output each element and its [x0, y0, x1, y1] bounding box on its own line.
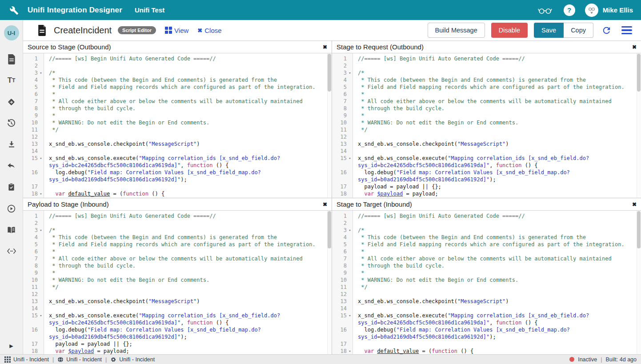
code-text[interactable]: * WARNING: Do not edit the Begin or End … [44, 276, 332, 284]
code-text[interactable] [44, 133, 332, 140]
code-text[interactable]: * [353, 248, 641, 255]
fold-arrow-icon[interactable]: ▾ [38, 312, 44, 326]
fold-arrow-icon[interactable]: ▾ [347, 227, 353, 234]
code-text[interactable]: log.debug("Field map: Correlation Values… [353, 169, 641, 183]
text-format-icon[interactable]: TT [0, 70, 23, 91]
code-text[interactable]: * [44, 269, 332, 276]
code-text[interactable]: * WARNING: Do not edit the Begin or End … [353, 276, 641, 284]
code-text[interactable]: * All code either above or below the com… [44, 98, 332, 105]
code-text[interactable]: * This code (between the Begin and End c… [44, 234, 332, 241]
sidebar-expand-arrow[interactable]: ▶ [0, 340, 23, 352]
history-icon[interactable] [0, 112, 23, 134]
documentation-icon[interactable] [0, 219, 23, 240]
code-text[interactable] [44, 220, 332, 227]
close-button[interactable]: ✖ Close [197, 27, 221, 34]
scrollbar[interactable] [327, 211, 332, 354]
download-icon[interactable] [0, 134, 23, 155]
directions-icon[interactable] [0, 91, 23, 112]
code-text[interactable]: x_snd_eb.ws_console.checkpoint("MessageS… [44, 298, 332, 305]
code-text[interactable]: * [44, 112, 332, 119]
code-text[interactable]: */ [44, 284, 332, 291]
fold-arrow-icon[interactable]: ▾ [38, 69, 44, 76]
code-text[interactable] [353, 220, 641, 227]
scrollbar[interactable] [637, 211, 641, 354]
code-text[interactable]: * [353, 269, 641, 276]
code-text[interactable] [44, 305, 332, 312]
code-icon[interactable] [0, 240, 23, 262]
code-text[interactable]: x_snd_eb.ws_console.checkpoint("MessageS… [353, 140, 641, 148]
menu-icon[interactable] [620, 26, 634, 34]
workspace-avatar[interactable]: U-I [4, 25, 19, 40]
fold-arrow-icon[interactable]: ▾ [38, 227, 44, 234]
code-text[interactable] [353, 305, 641, 312]
code-text[interactable] [353, 62, 641, 69]
copy-button[interactable]: Copy [564, 23, 593, 38]
undo-icon[interactable] [0, 155, 23, 176]
code-text[interactable]: x_snd_eb.ws_console.execute("Mapping cor… [44, 312, 332, 326]
code-text[interactable]: * WARNING: Do not edit the Begin or End … [44, 119, 332, 126]
status-settings-link[interactable]: Unifi - Incident [110, 356, 155, 363]
disable-button[interactable]: Disable [491, 23, 528, 38]
code-text[interactable]: */ [353, 284, 641, 291]
document-icon[interactable] [0, 48, 23, 70]
code-text[interactable]: log.debug("Field map: Correlation Values… [44, 326, 332, 340]
code-text[interactable] [44, 148, 332, 155]
code-text[interactable] [353, 340, 641, 348]
code-text[interactable]: log.debug("Field map: Correlation Values… [353, 326, 641, 340]
code-editor[interactable]: 1//===== [ws] Begin Unifi Auto Generated… [332, 211, 641, 354]
code-text[interactable]: var $payload = payload; [44, 348, 332, 354]
code-text[interactable]: * This code (between the Begin and End c… [44, 76, 332, 84]
code-text[interactable] [353, 133, 641, 140]
code-text[interactable]: * [44, 248, 332, 255]
status-app-link[interactable]: Unifi - Incident [4, 356, 49, 363]
code-text[interactable]: log.debug("Field map: Correlation Values… [44, 169, 332, 183]
panel-close-icon[interactable]: ✖ [323, 44, 327, 50]
code-text[interactable]: * All code either above or below the com… [44, 255, 332, 262]
scrollbar[interactable] [637, 53, 641, 198]
scrollbar[interactable] [327, 53, 332, 198]
code-text[interactable]: var default_value = (function () { [44, 190, 332, 197]
code-text[interactable]: * All code either above or below the com… [353, 98, 641, 105]
code-text[interactable]: */ [44, 126, 332, 133]
code-text[interactable]: * Field and Field mapping records which … [353, 84, 641, 91]
code-text[interactable] [44, 183, 332, 190]
code-text[interactable]: /* [353, 227, 641, 234]
code-text[interactable]: //===== [ws] Begin Unifi Auto Generated … [353, 55, 641, 62]
code-text[interactable]: x_snd_eb.ws_console.execute("Mapping cor… [353, 155, 641, 169]
glasses-icon[interactable] [536, 6, 554, 14]
code-text[interactable]: * through the build cycle. [353, 262, 641, 269]
code-text[interactable]: //===== [ws] Begin Unifi Auto Generated … [353, 212, 641, 220]
code-text[interactable]: * This code (between the Begin and End c… [353, 76, 641, 84]
code-text[interactable] [44, 62, 332, 69]
code-text[interactable]: x_snd_eb.ws_console.checkpoint("MessageS… [44, 140, 332, 148]
code-text[interactable]: * Field and Field mapping records which … [44, 241, 332, 248]
code-text[interactable]: * WARNING: Do not edit the Begin or End … [353, 119, 641, 126]
code-text[interactable]: * through the build cycle. [44, 105, 332, 112]
code-text[interactable]: //===== [ws] Begin Unifi Auto Generated … [44, 55, 332, 62]
code-text[interactable]: /* [44, 227, 332, 234]
help-icon[interactable]: ? [564, 4, 575, 16]
code-editor[interactable]: 1//===== [ws] Begin Unifi Auto Generated… [23, 211, 332, 354]
code-text[interactable]: * Field and Field mapping records which … [353, 241, 641, 248]
panel-close-icon[interactable]: ✖ [632, 44, 637, 50]
fold-arrow-icon[interactable]: ▾ [347, 312, 353, 326]
code-text[interactable] [44, 291, 332, 298]
code-text[interactable]: x_snd_eb.ws_console.checkpoint("MessageS… [353, 298, 641, 305]
code-text[interactable]: * All code either above or below the com… [353, 255, 641, 262]
code-text[interactable]: //===== [ws] Begin Unifi Auto Generated … [44, 212, 332, 220]
fold-arrow-icon[interactable]: ▾ [347, 155, 353, 169]
code-editor[interactable]: 1//===== [ws] Begin Unifi Auto Generated… [23, 53, 332, 198]
code-text[interactable]: * [44, 91, 332, 98]
view-button[interactable]: View [165, 27, 188, 34]
code-text[interactable]: * through the build cycle. [353, 105, 641, 112]
fold-arrow-icon[interactable]: ▾ [38, 190, 44, 197]
code-text[interactable]: * [353, 112, 641, 119]
code-text[interactable]: x_snd_eb.ws_console.execute("Mapping cor… [353, 312, 641, 326]
fold-arrow-icon[interactable]: ▾ [347, 348, 353, 354]
fold-arrow-icon[interactable]: ▾ [347, 69, 353, 76]
code-text[interactable] [353, 148, 641, 155]
tasks-icon[interactable] [0, 176, 23, 198]
panel-close-icon[interactable]: ✖ [632, 201, 637, 208]
code-text[interactable]: * [353, 91, 641, 98]
fold-arrow-icon[interactable]: ▾ [38, 155, 44, 169]
